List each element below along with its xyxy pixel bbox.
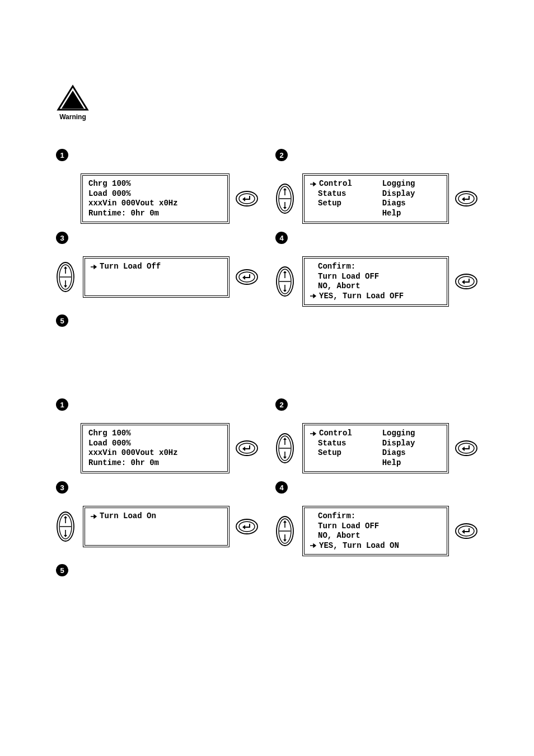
lcd-confirm: Confirm: Turn Load OFF NO, Abort YES, Tu…	[302, 506, 449, 556]
updown-icon[interactable]	[56, 511, 75, 542]
step-marker-1: 1	[56, 398, 68, 411]
section-turn-load-on: 1 2 Chrg 100% Load 000% xxxVin 000Vout x…	[56, 398, 478, 581]
lcd-line: Load 000%	[88, 189, 222, 199]
menu-item-diags: Diags	[382, 448, 441, 458]
pointer-icon	[310, 294, 317, 298]
warning-label: Warning	[56, 113, 90, 121]
menu-text: Control	[319, 179, 352, 189]
confirm-yes: YES, Turn Load ON	[310, 541, 441, 551]
enter-icon[interactable]	[235, 269, 259, 285]
menu-item-logging: Logging	[382, 429, 441, 439]
lcd-line: Runtime: 0hr 0m	[88, 458, 222, 468]
menu-item-status: Status	[310, 439, 382, 449]
lcd-line: Chrg 100%	[88, 429, 222, 439]
menu-item-display: Display	[382, 189, 441, 199]
lcd-menu: Control Status Setup Logging Display Dia…	[302, 173, 449, 224]
step-marker-4: 4	[275, 481, 288, 494]
menu-item-turn-load-off: Turn Load Off	[91, 262, 222, 272]
confirm-yes: YES, Turn Load OFF	[310, 292, 441, 302]
updown-icon[interactable]	[275, 515, 294, 547]
lcd-menu: Control Status Setup Logging Display Dia…	[302, 423, 449, 473]
menu-item-diags: Diags	[382, 199, 441, 209]
enter-icon[interactable]	[455, 273, 478, 290]
menu-item-setup: Setup	[310, 199, 382, 209]
lcd-line: xxxVin 000Vout x0Hz	[88, 199, 222, 209]
enter-icon[interactable]	[455, 190, 478, 207]
pointer-icon	[310, 543, 317, 548]
step-marker-2: 2	[275, 149, 288, 161]
step-marker-5: 5	[56, 314, 68, 327]
lcd-text: Turn Load On	[100, 511, 156, 522]
lcd-text: Turn Load Off	[100, 262, 161, 272]
step-marker-2: 2	[275, 398, 288, 411]
step-marker-3: 3	[56, 232, 68, 244]
lcd-line: Runtime: 0hr 0m	[88, 209, 222, 219]
panel-4: Confirm: Turn Load OFF NO, Abort YES, Tu…	[275, 256, 478, 307]
lcd-line: Chrg 100%	[88, 179, 222, 189]
updown-icon[interactable]	[275, 433, 294, 464]
panel-3: Turn Load On	[56, 506, 259, 547]
lcd-status: Chrg 100% Load 000% xxxVin 000Vout x0Hz …	[81, 423, 229, 473]
menu-item-turn-load-on: Turn Load On	[91, 511, 222, 522]
enter-icon[interactable]	[235, 190, 259, 207]
confirm-no: NO, Abort	[310, 281, 441, 292]
warning-icon	[56, 84, 90, 112]
lcd-turn-load-on: Turn Load On	[83, 506, 229, 547]
updown-icon[interactable]	[56, 261, 75, 293]
pointer-icon	[91, 265, 97, 269]
step-marker-4: 4	[275, 232, 288, 244]
enter-icon[interactable]	[455, 440, 478, 457]
enter-icon[interactable]	[455, 523, 478, 539]
pointer-icon	[91, 514, 97, 519]
confirm-action: Turn Load OFF	[310, 522, 441, 532]
lcd-text: YES, Turn Load OFF	[319, 292, 404, 302]
menu-text: Control	[319, 429, 352, 439]
lcd-line: Load 000%	[88, 439, 222, 449]
lcd-text: YES, Turn Load ON	[319, 541, 399, 551]
menu-item-setup: Setup	[310, 448, 382, 458]
panel-2: Control Status Setup Logging Display Dia…	[275, 423, 478, 473]
confirm-action: Turn Load OFF	[310, 272, 441, 282]
panel-3: Turn Load Off	[56, 256, 259, 298]
pointer-icon	[310, 431, 317, 436]
step-marker-3: 3	[56, 481, 68, 494]
lcd-line: xxxVin 000Vout x0Hz	[88, 448, 222, 458]
confirm-title: Confirm:	[310, 262, 441, 272]
panel-1: Chrg 100% Load 000% xxxVin 000Vout x0Hz …	[56, 423, 259, 473]
updown-icon[interactable]	[275, 266, 294, 297]
menu-item-status: Status	[310, 189, 382, 199]
lcd-confirm: Confirm: Turn Load OFF NO, Abort YES, Tu…	[302, 256, 449, 307]
section-turn-load-off: 1 2 Chrg 100% Load 000% xxxVin 000Vout x…	[56, 149, 478, 331]
lcd-turn-load-off: Turn Load Off	[83, 256, 229, 298]
enter-icon[interactable]	[235, 440, 259, 457]
menu-item-help: Help	[382, 209, 441, 219]
step-marker-1: 1	[56, 149, 68, 161]
updown-icon[interactable]	[275, 183, 294, 214]
warning-block: Warning	[56, 84, 478, 121]
pointer-icon	[310, 182, 317, 186]
menu-item-display: Display	[382, 439, 441, 449]
panel-2: Control Status Setup Logging Display Dia…	[275, 173, 478, 224]
menu-item-help: Help	[382, 458, 441, 468]
menu-item-control: Control	[310, 429, 382, 439]
lcd-status: Chrg 100% Load 000% xxxVin 000Vout x0Hz …	[81, 173, 229, 224]
menu-item-control: Control	[310, 179, 382, 189]
confirm-no: NO, Abort	[310, 531, 441, 541]
panel-1: Chrg 100% Load 000% xxxVin 000Vout x0Hz …	[56, 173, 259, 224]
menu-item-logging: Logging	[382, 179, 441, 189]
step-marker-5: 5	[56, 564, 68, 576]
enter-icon[interactable]	[235, 518, 259, 535]
confirm-title: Confirm:	[310, 511, 441, 522]
panel-4: Confirm: Turn Load OFF NO, Abort YES, Tu…	[275, 506, 478, 556]
